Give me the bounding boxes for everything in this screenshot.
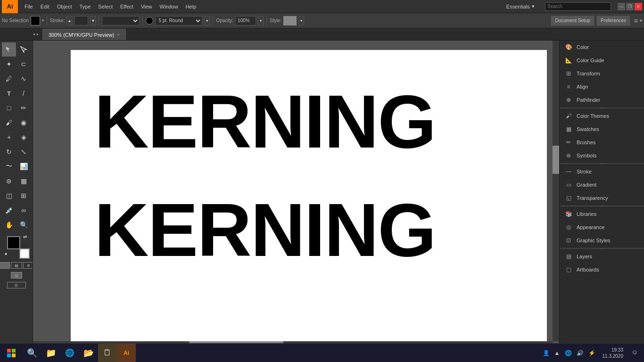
fill-color-box[interactable] bbox=[31, 16, 40, 25]
tab-scroll-right[interactable]: ▸ bbox=[37, 28, 41, 40]
minimize-button[interactable]: — bbox=[618, 3, 625, 10]
screen-mode-btn[interactable]: ⊡ bbox=[7, 282, 26, 288]
mesh-tool-button[interactable]: ⊞ bbox=[17, 189, 31, 203]
ai-logo-icon[interactable]: Ai bbox=[2, 0, 18, 13]
close-button[interactable]: ✕ bbox=[635, 3, 642, 10]
panel-item-layers[interactable]: ▤ Layers bbox=[560, 250, 644, 263]
style-arrow-btn[interactable]: ▾ bbox=[298, 16, 304, 25]
pen-tool-button[interactable]: 🖊 bbox=[2, 72, 16, 86]
gradient-tool-button[interactable]: ◫ bbox=[2, 189, 16, 203]
canvas-area[interactable]: KERNING KERNING bbox=[33, 41, 559, 348]
selection-tool-button[interactable] bbox=[2, 42, 16, 57]
hand-tool-button[interactable]: ✋ bbox=[2, 218, 16, 232]
blend-tool-button[interactable]: ∞ bbox=[17, 203, 31, 217]
preferences-button[interactable]: Preferences bbox=[596, 16, 630, 26]
opacity-input[interactable] bbox=[235, 16, 256, 25]
stroke-up-btn[interactable]: ▲ bbox=[66, 16, 72, 25]
column-graph-button[interactable]: ▦ bbox=[17, 174, 31, 188]
search-input[interactable] bbox=[545, 2, 611, 11]
brush-color-box[interactable] bbox=[146, 17, 153, 25]
gradient-mode-box[interactable]: ▤ bbox=[11, 262, 22, 269]
system-clock[interactable]: 19:33 11.3.2020 bbox=[599, 347, 627, 359]
symbol-sprayer-button[interactable]: ⊛ bbox=[2, 174, 16, 188]
type-tool-button[interactable]: T bbox=[2, 86, 16, 100]
panel-item-artboards[interactable]: ▢ Artboards bbox=[560, 263, 644, 276]
notification-center-icon[interactable]: 🗨 bbox=[629, 344, 640, 362]
panel-item-align[interactable]: ≡ Align bbox=[560, 80, 644, 93]
panel-item-color-guide[interactable]: 📐 Color Guide bbox=[560, 54, 644, 67]
menu-view[interactable]: View bbox=[137, 0, 156, 13]
taskbar-illustrator-icon[interactable]: Ai bbox=[117, 344, 136, 362]
taskbar-file-explorer-icon[interactable]: 📁 bbox=[41, 344, 60, 362]
eraser-tool-button[interactable]: ◈ bbox=[17, 130, 31, 144]
lasso-tool-button[interactable]: ⊂ bbox=[17, 57, 31, 71]
taskbar-chrome-icon[interactable]: 🌐 bbox=[60, 344, 79, 362]
panel-item-brushes[interactable]: ✏ Brushes bbox=[560, 136, 644, 149]
taskbar-sticky-notes-icon[interactable]: 🗒 bbox=[98, 344, 117, 362]
style-color-box[interactable] bbox=[283, 16, 297, 25]
swap-colors-icon[interactable]: ⇄ bbox=[23, 234, 27, 239]
warp-tool-button[interactable]: 〜 bbox=[2, 159, 16, 173]
canvas-scroll-thumb[interactable] bbox=[553, 146, 559, 174]
panel-item-transform[interactable]: ⊞ Transform bbox=[560, 67, 644, 80]
opacity-arrow-btn[interactable]: ▾ bbox=[258, 16, 264, 25]
curvature-tool-button[interactable]: ∿ bbox=[17, 72, 31, 86]
menu-file[interactable]: File bbox=[21, 0, 37, 13]
restore-button[interactable]: ❐ bbox=[626, 3, 634, 10]
rotate-tool-button[interactable]: ↻ bbox=[2, 145, 16, 159]
zoom-tool-button[interactable]: 🔍 bbox=[17, 218, 31, 232]
stroke-style-select[interactable] bbox=[102, 16, 140, 25]
menu-object[interactable]: Object bbox=[53, 0, 76, 13]
panel-item-appearance[interactable]: ◎ Appearance bbox=[560, 221, 644, 234]
document-setup-button[interactable]: Document Setup bbox=[551, 16, 594, 26]
blob-brush-tool-button[interactable]: ◉ bbox=[17, 115, 31, 130]
line-tool-button[interactable]: / bbox=[17, 86, 31, 100]
magic-wand-tool-button[interactable]: ✦ bbox=[2, 57, 16, 71]
brush-arrow-btn[interactable]: ▾ bbox=[204, 16, 210, 25]
stroke-value-input[interactable] bbox=[74, 16, 88, 25]
scale-tool-button[interactable]: ⤡ bbox=[17, 145, 31, 159]
canvas-vertical-scrollbar[interactable] bbox=[553, 41, 559, 341]
panel-item-gradient[interactable]: ▭ Gradient bbox=[560, 178, 644, 191]
menu-window[interactable]: Window bbox=[156, 0, 182, 13]
panel-item-pathfinder[interactable]: ⊕ Pathfinder bbox=[560, 93, 644, 107]
color-mode-box[interactable] bbox=[0, 262, 10, 269]
background-color-box[interactable] bbox=[19, 248, 30, 259]
panel-item-symbols[interactable]: ⊛ Symbols bbox=[560, 149, 644, 162]
tray-network-icon[interactable]: 🌐 bbox=[563, 350, 573, 356]
panel-item-libraries[interactable]: 📚 Libraries bbox=[560, 207, 644, 221]
menu-help[interactable]: Help bbox=[182, 0, 200, 13]
none-mode-box[interactable]: ⊘ bbox=[23, 262, 33, 269]
panel-options-icon[interactable]: ≡ bbox=[634, 17, 638, 25]
menu-effect[interactable]: Effect bbox=[116, 0, 137, 13]
default-colors-icon[interactable]: ■ bbox=[5, 252, 8, 256]
menu-type[interactable]: Type bbox=[76, 0, 95, 13]
panel-item-color-themes[interactable]: 🖌 Color Themes bbox=[560, 109, 644, 123]
brush-tool-button[interactable]: 🖌 bbox=[2, 115, 16, 130]
add-anchor-tool-button[interactable]: + bbox=[2, 130, 16, 144]
panel-item-stroke[interactable]: — Stroke bbox=[560, 165, 644, 178]
essentials-button[interactable]: Essentials ▾ bbox=[503, 3, 538, 9]
eyedropper-tool-button[interactable]: 💉 bbox=[2, 203, 16, 217]
document-tab[interactable]: 300% (CMYK/GPU Preview) × bbox=[42, 29, 126, 40]
taskbar-folder-icon[interactable]: 📂 bbox=[79, 344, 98, 362]
panel-item-color[interactable]: 🎨 Color bbox=[560, 41, 644, 54]
tab-scroll-left[interactable]: ◂ bbox=[33, 28, 37, 40]
menu-select[interactable]: Select bbox=[94, 0, 116, 13]
graph-tool-button[interactable]: 📊 bbox=[17, 159, 31, 173]
panel-item-graphic-styles[interactable]: ⊡ Graphic Styles bbox=[560, 234, 644, 247]
tray-up-icon[interactable]: ▲ bbox=[553, 350, 561, 356]
stroke-down-btn[interactable]: ▼ bbox=[90, 16, 96, 25]
panel-item-transparency[interactable]: ◱ Transparency bbox=[560, 191, 644, 205]
tray-sound-icon[interactable]: 🔊 bbox=[575, 350, 585, 356]
shape-tool-button[interactable]: □ bbox=[2, 101, 16, 115]
panel-expand-icon[interactable]: ▾ bbox=[640, 18, 642, 23]
windows-start-button[interactable] bbox=[0, 344, 23, 362]
panel-item-swatches[interactable]: ▦ Swatches bbox=[560, 123, 644, 136]
pencil-tool-button[interactable]: ✏ bbox=[17, 101, 31, 115]
tray-people-icon[interactable]: 👤 bbox=[541, 350, 551, 356]
draw-inside-btn[interactable]: ◫ bbox=[11, 272, 22, 279]
taskbar-search-icon[interactable]: 🔍 bbox=[23, 344, 41, 362]
tab-close-button[interactable]: × bbox=[117, 33, 119, 37]
tray-battery-icon[interactable]: ⚡ bbox=[587, 350, 597, 356]
